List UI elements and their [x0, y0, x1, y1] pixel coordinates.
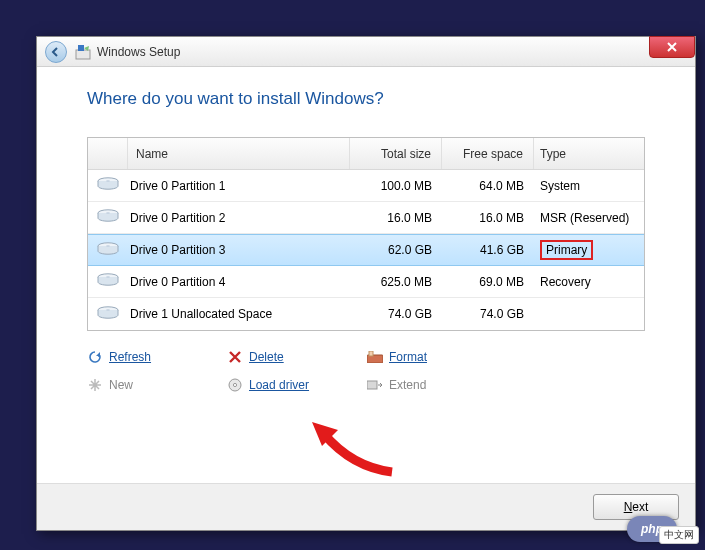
col-free[interactable]: Free space	[442, 138, 534, 169]
table-row[interactable]: Drive 0 Partition 362.0 GB41.6 GBPrimary	[88, 234, 644, 266]
partition-free: 74.0 GB	[442, 307, 534, 321]
window-title: Windows Setup	[97, 45, 180, 59]
partition-free: 69.0 MB	[442, 275, 534, 289]
cd-icon	[227, 377, 243, 393]
svg-point-3	[106, 180, 110, 181]
title-bar: Windows Setup	[37, 37, 695, 67]
partition-name: Drive 0 Partition 2	[128, 211, 350, 225]
table-row[interactable]: Drive 0 Partition 4625.0 MB69.0 MBRecove…	[88, 266, 644, 298]
disk-icon	[88, 209, 128, 226]
svg-rect-13	[369, 351, 373, 356]
partition-type: Primary	[534, 240, 644, 260]
partition-free: 64.0 MB	[442, 179, 534, 193]
format-link[interactable]: Format	[367, 343, 507, 371]
annotation-arrow	[312, 422, 397, 477]
partition-name: Drive 0 Partition 1	[128, 179, 350, 193]
table-row[interactable]: Drive 0 Partition 216.0 MB16.0 MBMSR (Re…	[88, 202, 644, 234]
svg-point-9	[106, 276, 110, 277]
table-row[interactable]: Drive 1 Unallocated Space74.0 GB74.0 GB	[88, 298, 644, 330]
partition-type: MSR (Reserved)	[534, 211, 644, 225]
table-header: Name Total size Free space Type	[88, 138, 644, 170]
format-icon	[367, 349, 383, 365]
delete-link[interactable]: Delete	[227, 343, 367, 371]
disk-icon	[88, 177, 128, 194]
partition-total: 625.0 MB	[350, 275, 442, 289]
svg-rect-1	[78, 45, 84, 51]
partition-table: Name Total size Free space Type Drive 0 …	[87, 137, 645, 331]
svg-point-15	[233, 383, 236, 386]
svg-point-7	[106, 245, 110, 246]
partition-name: Drive 0 Partition 4	[128, 275, 350, 289]
setup-window: Windows Setup Where do you want to insta…	[36, 36, 696, 531]
back-button[interactable]	[45, 41, 67, 63]
refresh-icon	[87, 349, 103, 365]
extend-link: Extend	[367, 371, 507, 399]
col-total[interactable]: Total size	[350, 138, 442, 169]
close-button[interactable]	[649, 36, 695, 58]
partition-type: Recovery	[534, 275, 644, 289]
disk-icon	[88, 242, 128, 259]
col-type[interactable]: Type	[534, 138, 644, 169]
svg-rect-0	[76, 50, 90, 59]
partition-name: Drive 0 Partition 3	[128, 243, 350, 257]
partition-total: 74.0 GB	[350, 307, 442, 321]
new-icon	[87, 377, 103, 393]
svg-point-5	[106, 212, 110, 213]
page-heading: Where do you want to install Windows?	[87, 89, 645, 109]
partition-total: 16.0 MB	[350, 211, 442, 225]
close-icon	[666, 42, 678, 52]
delete-icon	[227, 349, 243, 365]
disk-icon	[88, 273, 128, 290]
partition-free: 16.0 MB	[442, 211, 534, 225]
action-bar: Refresh Delete Format New Load driver Ex…	[87, 343, 645, 399]
partition-free: 41.6 GB	[442, 243, 534, 257]
svg-point-11	[106, 309, 110, 310]
new-link: New	[87, 371, 227, 399]
footer: Next	[37, 483, 695, 530]
load-driver-link[interactable]: Load driver	[227, 371, 367, 399]
partition-name: Drive 1 Unallocated Space	[128, 307, 350, 321]
partition-type: System	[534, 179, 644, 193]
watermark: php 中文网	[627, 514, 699, 544]
col-name[interactable]: Name	[128, 138, 350, 169]
windows-setup-icon	[75, 44, 91, 60]
content-area: Where do you want to install Windows? Na…	[37, 67, 695, 483]
refresh-link[interactable]: Refresh	[87, 343, 227, 371]
partition-total: 62.0 GB	[350, 243, 442, 257]
table-row[interactable]: Drive 0 Partition 1100.0 MB64.0 MBSystem	[88, 170, 644, 202]
extend-icon	[367, 377, 383, 393]
disk-icon	[88, 306, 128, 323]
arrow-left-icon	[50, 46, 62, 58]
svg-rect-16	[367, 381, 377, 389]
partition-total: 100.0 MB	[350, 179, 442, 193]
